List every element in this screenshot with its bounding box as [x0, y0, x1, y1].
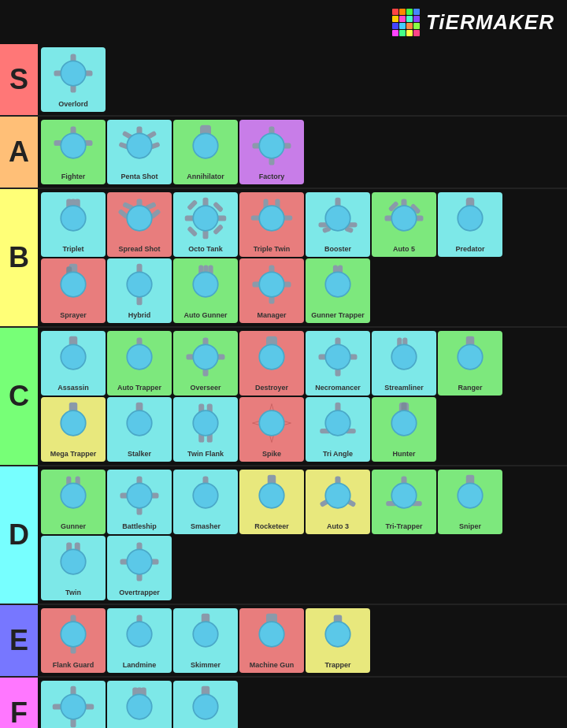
tank-name-label: Landmine: [123, 662, 157, 670]
tank-icon: [306, 192, 370, 244]
tier-content-s: Overlord: [38, 44, 567, 115]
tank-card[interactable]: Auto 3: [306, 470, 370, 534]
tank-card[interactable]: Overtrapper: [107, 536, 172, 600]
tank-card[interactable]: Streamliner: [372, 331, 436, 396]
svg-point-124: [127, 483, 152, 508]
tank-name-label: Triple Twin: [254, 246, 290, 254]
tank-card[interactable]: Annihilator: [173, 120, 238, 184]
tank-icon: [372, 192, 436, 244]
tank-card[interactable]: Twin Flank: [173, 397, 238, 462]
tank-card[interactable]: Auto Trapper: [107, 331, 172, 396]
tank-card[interactable]: Overlord: [41, 47, 106, 112]
tank-card[interactable]: Triple Shot: [107, 681, 172, 728]
tank-card[interactable]: Mega Trapper: [41, 397, 106, 462]
tier-label-a: A: [0, 117, 38, 188]
tank-card[interactable]: Sniper: [438, 470, 502, 534]
tank-card[interactable]: Auto Gunner: [173, 258, 238, 323]
svg-point-81: [127, 344, 152, 370]
tank-card[interactable]: Machine Gun: [239, 608, 304, 673]
svg-point-86: [193, 344, 218, 370]
tank-card[interactable]: Ranger: [438, 331, 502, 396]
tank-icon: [173, 258, 238, 310]
tank-card[interactable]: Gunner: [41, 470, 106, 534]
tank-icon: [173, 608, 238, 660]
svg-point-136: [391, 483, 417, 508]
tank-card[interactable]: Tri-Trapper: [372, 470, 436, 534]
tank-card[interactable]: Smasher: [173, 470, 238, 534]
tank-card[interactable]: Manager: [239, 258, 304, 323]
tank-card[interactable]: Octo Tank: [173, 192, 238, 257]
tank-card[interactable]: Tri Angle: [306, 397, 370, 462]
tank-icon: [107, 192, 172, 244]
tier-content-b: Triplet Spread Shot Octo Tank Triple Twi…: [38, 189, 567, 326]
svg-point-157: [325, 622, 350, 647]
tank-card[interactable]: Twin: [41, 536, 106, 600]
tank-icon: [306, 331, 370, 383]
tank-name-label: Triplet: [62, 246, 83, 254]
tank-card[interactable]: Battleship: [107, 470, 172, 534]
tank-name-label: Fighter: [61, 173, 86, 181]
tank-card[interactable]: Penta Shot: [107, 120, 172, 184]
tank-card[interactable]: Rocketeer: [239, 470, 304, 534]
tank-card[interactable]: Assassin: [41, 331, 106, 396]
tank-name-label: Assassin: [57, 384, 89, 392]
tank-icon: [41, 397, 106, 449]
tank-card[interactable]: Triplet: [41, 192, 106, 257]
tank-card[interactable]: Sprayer: [41, 258, 106, 323]
tank-card[interactable]: Fighter: [41, 120, 106, 184]
tank-icon: [173, 120, 238, 172]
tank-icon: [239, 258, 304, 310]
tier-row-s: S Overlord: [0, 44, 567, 117]
svg-point-151: [127, 622, 152, 647]
tier-row-e: E Flank Guard Landmine Skimmer Machine G…: [0, 605, 567, 678]
svg-point-16: [193, 133, 218, 158]
tank-card[interactable]: Booster: [306, 192, 370, 257]
tank-card[interactable]: Tank: [173, 681, 238, 728]
tank-card[interactable]: Skimmer: [173, 608, 238, 673]
svg-point-14: [127, 133, 152, 158]
tank-icon: [41, 608, 106, 660]
tier-content-c: Assassin Auto Trapper Overseer Destroyer…: [38, 328, 567, 465]
tank-card[interactable]: Quad Tank: [41, 681, 106, 728]
tier-row-c: C Assassin Auto Trapper Overseer Destroy…: [0, 328, 567, 466]
tank-card[interactable]: Gunner Trapper: [306, 258, 370, 323]
tank-card[interactable]: Overseer: [173, 331, 238, 396]
tank-card[interactable]: Landmine: [107, 608, 172, 673]
tank-name-label: Machine Gun: [250, 662, 295, 670]
svg-point-141: [61, 549, 86, 574]
tank-name-label: Smasher: [191, 523, 220, 531]
tank-name-label: Auto 3: [327, 523, 349, 531]
svg-point-168: [193, 694, 218, 719]
tank-card[interactable]: Stalker: [107, 397, 172, 462]
tank-card[interactable]: Spike: [239, 397, 304, 462]
tank-card[interactable]: Factory: [239, 120, 304, 184]
tank-card[interactable]: Triple Twin: [239, 192, 304, 257]
svg-point-88: [259, 344, 284, 370]
tank-card[interactable]: Hybrid: [107, 258, 172, 323]
tank-card[interactable]: Trapper: [306, 608, 370, 673]
tiermaker-text: TiERMAKER: [426, 10, 554, 35]
tier-content-f: Quad Tank Triple Shot Tank: [38, 678, 567, 728]
tank-name-label: Trapper: [324, 662, 350, 670]
tier-content-d: Gunner Battleship Smasher Rocketeer Auto…: [38, 466, 567, 604]
tank-card[interactable]: Destroyer: [239, 331, 304, 396]
tank-icon: [306, 608, 370, 660]
tank-icon: [438, 192, 502, 244]
tank-icon: [306, 470, 370, 522]
tier-label-b: B: [0, 189, 38, 326]
tank-icon: [41, 331, 106, 383]
tank-name-label: Rocketeer: [254, 523, 289, 531]
tank-name-label: Sniper: [459, 523, 481, 531]
tank-card[interactable]: Predator: [438, 192, 502, 257]
tier-label-c: C: [0, 328, 38, 465]
tank-card[interactable]: Auto 5: [372, 192, 436, 257]
tier-row-b: B Triplet Spread Shot Octo Tank Triple T…: [0, 189, 567, 328]
tank-name-label: Spread Shot: [118, 246, 160, 254]
tank-card[interactable]: Necromancer: [306, 331, 370, 396]
tank-card[interactable]: Spread Shot: [107, 192, 172, 257]
tank-card[interactable]: Flank Guard: [41, 608, 106, 673]
logo-grid-icon: [392, 9, 420, 36]
tank-icon: [239, 192, 304, 244]
tank-name-label: Spike: [262, 451, 281, 459]
tank-card[interactable]: Hunter: [372, 397, 436, 462]
